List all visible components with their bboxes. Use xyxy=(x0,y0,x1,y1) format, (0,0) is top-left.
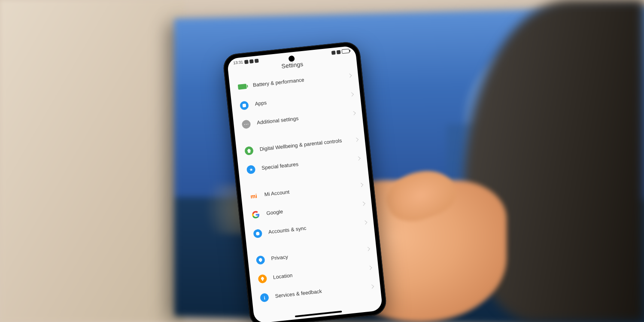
chevron-right-icon xyxy=(354,137,358,142)
phone-frame: 13:31 Settings Battery & performance xyxy=(222,41,387,322)
accounts-icon xyxy=(253,229,262,238)
status-time: 13:31 xyxy=(233,60,243,65)
chevron-right-icon xyxy=(368,265,372,270)
mi-icon: mi xyxy=(250,192,258,200)
chevron-right-icon xyxy=(363,220,368,225)
wall-background xyxy=(0,0,185,322)
chevron-right-icon xyxy=(366,247,370,251)
privacy-icon xyxy=(256,255,265,265)
chevron-right-icon xyxy=(349,92,354,97)
gesture-bar[interactable] xyxy=(295,311,342,317)
chevron-right-icon xyxy=(359,182,363,187)
settings-item-label: Services & feedback xyxy=(275,283,368,300)
additional-icon xyxy=(242,120,251,129)
photo-scene: 13:31 Settings Battery & performance xyxy=(0,0,644,322)
chevron-right-icon xyxy=(370,284,374,289)
phone-screen: 13:31 Settings Battery & performance xyxy=(227,46,383,322)
wifi-icon xyxy=(337,50,341,54)
google-icon xyxy=(252,210,260,219)
chevron-right-icon xyxy=(356,156,361,161)
status-icon xyxy=(249,59,253,64)
special-features-icon xyxy=(246,165,256,174)
signal-icon xyxy=(331,50,336,55)
chevron-right-icon xyxy=(348,73,352,78)
chevron-right-icon xyxy=(361,201,365,206)
battery-icon xyxy=(238,84,247,90)
status-icon xyxy=(244,60,248,64)
apps-icon xyxy=(240,101,249,110)
chevron-right-icon xyxy=(352,111,356,115)
services-icon xyxy=(260,293,269,302)
battery-icon xyxy=(342,49,350,54)
settings-list[interactable]: Battery & performance Apps Additional se… xyxy=(229,65,381,308)
status-icon xyxy=(254,58,258,63)
wellbeing-icon xyxy=(244,146,254,155)
location-icon xyxy=(258,274,267,284)
